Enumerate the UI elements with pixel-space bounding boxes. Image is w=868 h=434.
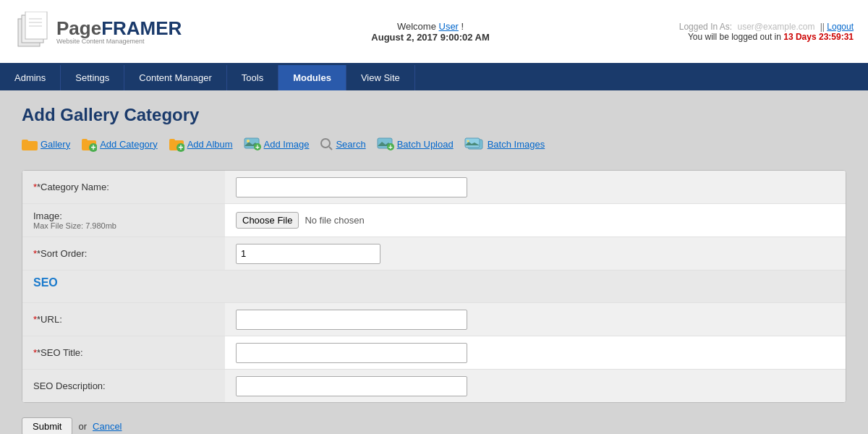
submit-area: Submit or Cancel bbox=[22, 414, 846, 434]
logo-icon bbox=[14, 12, 51, 51]
seo-title-field bbox=[225, 337, 846, 369]
gallery-label: Gallery bbox=[41, 139, 70, 150]
seo-desc-field bbox=[225, 370, 846, 402]
session-label: You will be logged out in bbox=[688, 32, 781, 42]
url-label-text: *URL: bbox=[37, 314, 62, 325]
category-name-input[interactable] bbox=[236, 177, 467, 197]
choose-file-button[interactable]: Choose File bbox=[236, 212, 299, 229]
page-title: Add Gallery Category bbox=[22, 105, 846, 125]
seo-title-row: **SEO Title: bbox=[22, 336, 846, 370]
logged-in-line: Logged In As: user@example.com || Logout bbox=[679, 22, 854, 32]
image-field: Choose File No file chosen bbox=[225, 206, 846, 234]
add-album-icon: + bbox=[169, 136, 184, 152]
category-name-field bbox=[225, 171, 846, 203]
svg-rect-28 bbox=[465, 138, 480, 148]
image-label: Image: Max File Size: 7.980mb bbox=[22, 204, 225, 237]
sort-order-label-text: *Sort Order: bbox=[37, 248, 87, 259]
toolbar-add-image[interactable]: + Add Image bbox=[244, 137, 310, 150]
toolbar-batch-images[interactable]: Batch Images bbox=[464, 137, 545, 150]
toolbar-gallery[interactable]: Gallery bbox=[22, 137, 70, 150]
svg-point-21 bbox=[321, 139, 330, 148]
logged-in-user: user@example.com bbox=[738, 22, 815, 32]
form-container: **Category Name: Image: Max File Size: 7… bbox=[22, 170, 846, 403]
logo-framer: FRAMER bbox=[101, 17, 182, 39]
seo-desc-input[interactable] bbox=[236, 376, 467, 396]
seo-title-label-text: *SEO Title: bbox=[37, 347, 83, 358]
add-image-label: Add Image bbox=[264, 139, 310, 150]
nav-admins[interactable]: Admins bbox=[0, 65, 61, 90]
image-label-text: Image: bbox=[33, 210, 62, 221]
sort-order-label: **Sort Order: bbox=[22, 237, 225, 270]
url-field bbox=[225, 304, 846, 336]
session-time: 13 Days 23:59:31 bbox=[783, 32, 854, 42]
batch-images-icon bbox=[464, 137, 485, 150]
svg-rect-7 bbox=[22, 140, 28, 142]
seo-title-label: **SEO Title: bbox=[22, 336, 225, 369]
sort-order-row: **Sort Order: bbox=[22, 237, 846, 271]
toolbar-add-album[interactable]: + Add Album bbox=[169, 136, 233, 152]
session-line: You will be logged out in 13 Days 23:59:… bbox=[679, 32, 854, 42]
image-row: Image: Max File Size: 7.980mb Choose Fil… bbox=[22, 204, 846, 237]
toolbar-batch-upload[interactable]: + Batch Upload bbox=[377, 137, 454, 150]
nav-modules[interactable]: Modules bbox=[278, 65, 346, 90]
image-sublabel-text: Max File Size: 7.980mb bbox=[33, 221, 116, 230]
toolbar-search[interactable]: Search bbox=[320, 137, 365, 150]
seo-desc-label-text: SEO Description: bbox=[33, 380, 106, 391]
logged-in-label: Logged In As: bbox=[679, 22, 732, 32]
toolbar-add-category[interactable]: + Add Category bbox=[81, 136, 158, 152]
url-label: **URL: bbox=[22, 303, 225, 336]
navbar: Admins Settings Content Manager Tools Mo… bbox=[0, 65, 868, 90]
svg-text:+: + bbox=[388, 143, 393, 150]
add-album-label: Add Album bbox=[187, 139, 233, 150]
seo-header-text: SEO bbox=[33, 276, 58, 289]
svg-line-22 bbox=[329, 147, 332, 150]
add-category-icon: + bbox=[81, 136, 97, 152]
sort-order-input[interactable] bbox=[236, 244, 380, 264]
seo-header-row: SEO bbox=[22, 271, 846, 303]
svg-text:+: + bbox=[91, 142, 96, 152]
category-name-row: **Category Name: bbox=[22, 171, 846, 204]
no-file-text: No file chosen bbox=[305, 215, 364, 226]
logout-link[interactable]: Logout bbox=[827, 22, 854, 32]
welcome-text: Welcome User ! bbox=[371, 21, 490, 32]
cancel-link[interactable]: Cancel bbox=[93, 421, 122, 432]
seo-desc-row: SEO Description: bbox=[22, 370, 846, 402]
svg-rect-13 bbox=[169, 139, 175, 142]
search-icon bbox=[320, 137, 333, 150]
logo-text-area: PageFRAMER Website Content Management bbox=[56, 19, 182, 45]
search-label: Search bbox=[336, 139, 365, 150]
sort-order-field bbox=[225, 238, 846, 270]
toolbar: Gallery + Add Category + Add Album bbox=[22, 136, 846, 152]
url-input[interactable] bbox=[236, 310, 467, 330]
add-category-label: Add Category bbox=[100, 139, 158, 150]
svg-text:+: + bbox=[255, 143, 260, 150]
or-text: or bbox=[78, 421, 87, 432]
user-area: Logged In As: user@example.com || Logout… bbox=[679, 22, 854, 42]
folder-icon bbox=[22, 137, 38, 150]
datetime: August 2, 2017 9:00:02 AM bbox=[371, 32, 490, 43]
svg-point-18 bbox=[247, 140, 250, 142]
welcome-label: Welcome bbox=[397, 21, 436, 32]
logo-page: Page bbox=[56, 17, 101, 39]
nav-tools[interactable]: Tools bbox=[227, 65, 278, 90]
url-row: **URL: bbox=[22, 303, 846, 336]
content: Add Gallery Category Gallery + Add Categ… bbox=[0, 90, 868, 434]
file-input-area: Choose File No file chosen bbox=[236, 212, 835, 229]
batch-images-label: Batch Images bbox=[488, 139, 545, 150]
username-link[interactable]: User bbox=[439, 21, 459, 32]
nav-content-manager[interactable]: Content Manager bbox=[124, 65, 226, 90]
seo-desc-label: SEO Description: bbox=[22, 370, 225, 402]
submit-button[interactable]: Submit bbox=[22, 417, 72, 434]
svg-point-30 bbox=[467, 140, 469, 142]
svg-text:+: + bbox=[178, 142, 183, 152]
nav-view-site[interactable]: View Site bbox=[346, 65, 415, 90]
nav-settings[interactable]: Settings bbox=[61, 65, 124, 90]
svg-rect-2 bbox=[25, 12, 47, 39]
seo-title-input[interactable] bbox=[236, 343, 467, 363]
svg-rect-9 bbox=[82, 139, 88, 142]
batch-upload-icon: + bbox=[377, 137, 394, 150]
welcome-area: Welcome User ! August 2, 2017 9:00:02 AM bbox=[371, 21, 490, 43]
add-image-icon: + bbox=[244, 137, 261, 150]
category-name-label-text: *Category Name: bbox=[37, 182, 109, 192]
category-name-label: **Category Name: bbox=[22, 171, 225, 203]
